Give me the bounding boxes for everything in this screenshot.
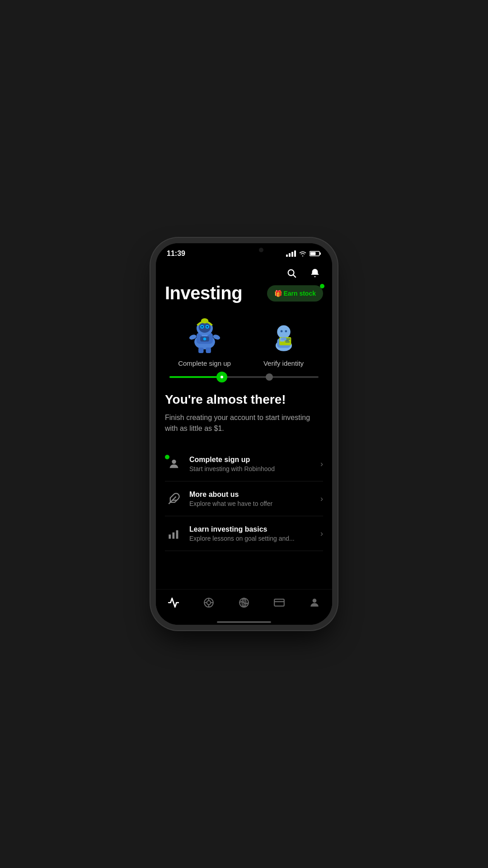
- almost-there-description: Finish creating your account to start in…: [165, 412, 323, 434]
- svg-rect-1: [320, 253, 321, 255]
- steps-container: Complete sign up: [165, 314, 323, 367]
- list-item-learn-subtitle: Explore lessons on goal setting and...: [189, 535, 314, 542]
- phone-screen: 11:39: [156, 243, 332, 625]
- svg-rect-18: [206, 348, 211, 353]
- header-row: [165, 261, 323, 283]
- list-item-about-subtitle: Explore what we have to offer: [189, 500, 314, 507]
- step-signup-label: Complete sign up: [178, 359, 231, 367]
- nav-item-snacks[interactable]: [233, 595, 255, 610]
- chevron-right-icon: ›: [320, 459, 323, 469]
- list-item-learn[interactable]: Learn investing basics Explore lessons o…: [165, 516, 323, 551]
- chevron-right-icon-2: ›: [320, 494, 323, 504]
- svg-point-11: [201, 326, 202, 327]
- bell-icon: [310, 268, 320, 278]
- green-dot: [165, 455, 169, 459]
- progress-dot-inactive: [266, 373, 273, 381]
- phone-frame: 11:39: [156, 243, 332, 625]
- svg-point-32: [221, 376, 223, 378]
- step-verify-label: Verify identity: [263, 359, 304, 367]
- svg-point-13: [201, 318, 208, 323]
- almost-there-section: You're almost there! Finish creating you…: [165, 392, 323, 434]
- nav-item-investing[interactable]: [162, 595, 185, 610]
- signal-icon: [286, 250, 296, 257]
- list-item-signup-subtitle: Start investing with Robinhood: [189, 465, 314, 472]
- title-row: Investing 🎁 Earn stock: [165, 283, 323, 303]
- earn-stock-dot: [320, 284, 324, 288]
- nav-snacks-icon: [238, 597, 250, 609]
- battery-icon: [310, 250, 321, 257]
- main-content: Investing 🎁 Earn stock: [156, 261, 332, 589]
- nav-item-card[interactable]: [268, 595, 291, 610]
- list-item-about-icon-wrap: [165, 490, 183, 508]
- notch: [215, 243, 273, 257]
- svg-rect-17: [198, 348, 203, 353]
- status-icons: [286, 250, 321, 257]
- list-item-signup[interactable]: Complete sign up Start investing with Ro…: [165, 447, 323, 481]
- progress-fill: [169, 376, 222, 378]
- verify-illustration: [263, 314, 304, 355]
- nav-account-icon: [309, 597, 320, 609]
- svg-point-49: [313, 599, 317, 603]
- bottom-nav: [156, 589, 332, 621]
- nav-item-account[interactable]: [303, 595, 326, 610]
- page-title: Investing: [165, 283, 242, 303]
- svg-point-25: [285, 330, 287, 332]
- list-item-learn-title: Learn investing basics: [189, 525, 314, 533]
- list-item-about-text: More about us Explore what we have to of…: [189, 491, 314, 507]
- nav-card-icon: [273, 597, 285, 609]
- step-signup[interactable]: Complete sign up: [165, 314, 244, 367]
- notification-button[interactable]: [307, 265, 323, 281]
- svg-rect-31: [281, 338, 286, 341]
- svg-point-33: [172, 460, 176, 464]
- home-indicator: [217, 621, 271, 623]
- earn-stock-button[interactable]: 🎁 Earn stock: [267, 285, 323, 302]
- list-items: Complete sign up Start investing with Ro…: [165, 447, 323, 551]
- list-item-signup-text: Complete sign up Start investing with Ro…: [189, 456, 314, 472]
- svg-rect-47: [274, 599, 284, 606]
- svg-rect-36: [169, 534, 171, 538]
- earn-stock-label: 🎁 Earn stock: [274, 290, 316, 297]
- svg-point-20: [203, 338, 206, 341]
- nav-investing-icon: [168, 597, 179, 609]
- svg-point-23: [277, 326, 290, 339]
- list-item-signup-icon-wrap: [165, 455, 183, 473]
- svg-rect-37: [173, 533, 175, 539]
- list-item-learn-text: Learn investing basics Explore lessons o…: [189, 525, 314, 542]
- feather-icon: [168, 492, 180, 505]
- list-item-learn-icon-wrap: [165, 524, 183, 542]
- svg-rect-30: [285, 342, 290, 343]
- svg-point-40: [207, 601, 211, 605]
- svg-point-24: [280, 330, 282, 332]
- camera-dot: [259, 248, 263, 252]
- progress-dot-active: [216, 372, 227, 382]
- person-icon: [168, 458, 180, 470]
- bars-chart-icon: [168, 527, 180, 540]
- search-icon: [286, 268, 296, 278]
- signup-illustration: [184, 314, 225, 355]
- almost-there-title: You're almost there!: [165, 392, 323, 407]
- svg-point-12: [206, 326, 208, 327]
- list-item-about[interactable]: More about us Explore what we have to of…: [165, 481, 323, 516]
- list-item-about-title: More about us: [189, 491, 314, 499]
- search-button[interactable]: [283, 265, 300, 281]
- svg-rect-2: [310, 252, 316, 255]
- chevron-right-icon-3: ›: [320, 529, 323, 538]
- list-item-signup-title: Complete sign up: [189, 456, 314, 464]
- svg-rect-38: [176, 530, 178, 539]
- nav-crypto-icon: [203, 597, 215, 609]
- step-verify[interactable]: Verify identity: [244, 314, 323, 367]
- status-time: 11:39: [167, 250, 185, 258]
- wifi-icon: [299, 250, 307, 257]
- nav-item-crypto[interactable]: [197, 595, 220, 610]
- progress-bar: [169, 376, 319, 378]
- svg-line-4: [293, 275, 296, 277]
